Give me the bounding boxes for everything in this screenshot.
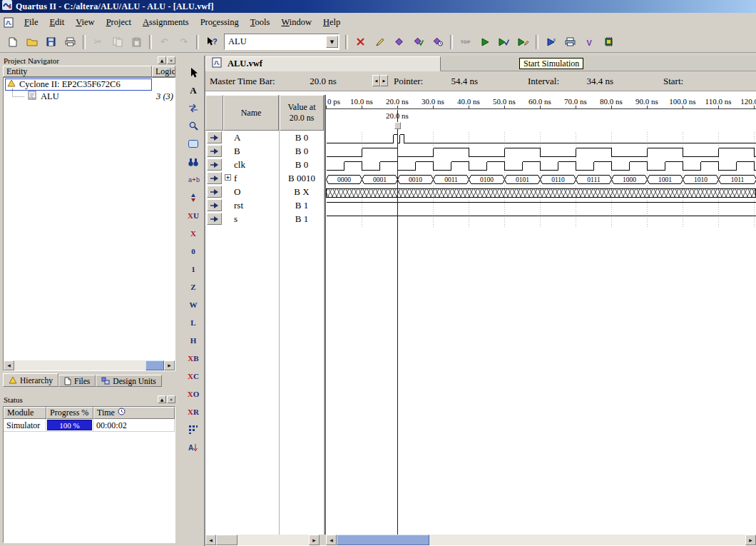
scrollbar-track[interactable]: [237, 535, 309, 545]
scrollbar-thumb[interactable]: [337, 535, 429, 545]
signal-handle-B[interactable]: [207, 145, 222, 157]
signal-name-A[interactable]: A: [223, 131, 279, 144]
navigator-horizontal-scrollbar[interactable]: ◀ ▶: [4, 360, 175, 370]
rtl-viewer-button[interactable]: V: [581, 34, 598, 51]
column-header-entity[interactable]: Entity: [3, 66, 152, 77]
tab-hierarchy[interactable]: Hierarchy: [3, 373, 58, 387]
scrollbar-thumb[interactable]: [145, 360, 164, 370]
project-navigator-header[interactable]: Project Navigator ▲ ×: [1, 56, 177, 66]
value-column-header[interactable]: Value at 20.0 ns: [280, 95, 324, 131]
new-button[interactable]: [4, 34, 21, 51]
combo-dropdown-icon[interactable]: ▼: [326, 36, 338, 48]
weak-unknown-tool[interactable]: W: [185, 296, 203, 313]
sort-button[interactable]: A: [185, 439, 203, 455]
signal-handle-A[interactable]: [207, 131, 222, 143]
scrollbar-track[interactable]: [429, 535, 745, 545]
simulator-tool-button[interactable]: [429, 34, 446, 51]
status-panel-header[interactable]: Status ▲ ×: [1, 395, 177, 405]
scroll-left-icon[interactable]: ◀: [205, 535, 216, 545]
name-column-header[interactable]: Name: [223, 95, 279, 131]
undo-button[interactable]: ↶: [155, 34, 173, 51]
scrollbar-thumb[interactable]: [216, 535, 237, 545]
paste-button[interactable]: [128, 34, 145, 51]
signal-name-clk[interactable]: clk: [223, 158, 279, 171]
invert-tool[interactable]: XB: [185, 350, 203, 366]
open-button[interactable]: [23, 34, 41, 51]
full-screen-button[interactable]: [185, 136, 203, 152]
uncertainty-tool[interactable]: [185, 189, 203, 206]
redo-button[interactable]: ↷: [175, 34, 193, 51]
time-spin-left-icon[interactable]: ◀: [372, 75, 380, 86]
settings-button[interactable]: [390, 34, 408, 51]
menu-processing[interactable]: Processing: [195, 15, 245, 29]
find-button[interactable]: [185, 153, 203, 170]
waveform-edit-tool[interactable]: [185, 100, 203, 116]
weak-high-tool[interactable]: H: [185, 332, 203, 348]
scrollbar-track[interactable]: [14, 360, 145, 370]
waveform-horizontal-scrollbar[interactable]: ◀ ▶: [326, 535, 756, 545]
signal-handle-f[interactable]: [207, 172, 222, 184]
column-header-progress[interactable]: Progress %: [46, 407, 93, 419]
scroll-right-icon[interactable]: ▶: [745, 535, 756, 545]
scroll-right-icon[interactable]: ▶: [164, 360, 175, 370]
time-cursor[interactable]: [397, 110, 398, 535]
cursor-handle[interactable]: [394, 122, 401, 129]
force-unknown-tool[interactable]: X: [185, 225, 203, 241]
cut-button[interactable]: ✂: [89, 34, 107, 51]
panel-close-button[interactable]: ×: [167, 395, 175, 403]
tree-item-device[interactable]: Cyclone II: EP2C35F672C6: [5, 79, 152, 91]
panel-collapse-button[interactable]: ▲: [158, 395, 166, 403]
column-header-logic-cells[interactable]: Logic C: [152, 66, 175, 77]
menu-help[interactable]: Help: [317, 15, 346, 29]
panel-close-button[interactable]: ×: [167, 56, 175, 64]
menu-window[interactable]: Window: [275, 15, 317, 29]
tab-design-units[interactable]: Design Units: [96, 375, 161, 387]
column-header-module[interactable]: Module: [4, 407, 46, 419]
assignment-editor-button[interactable]: [371, 34, 389, 51]
simulation-report-button[interactable]: [561, 34, 579, 51]
overwrite-clock-tool[interactable]: XO: [185, 385, 203, 402]
project-combo[interactable]: ALU ▼: [224, 34, 339, 50]
waveform-canvas[interactable]: 0 ps10.0 ns20.0 ns30.0 ns40.0 ns50.0 ns6…: [326, 95, 756, 535]
scroll-right-icon[interactable]: ▶: [309, 535, 320, 545]
count-value-tool[interactable]: XC: [185, 368, 203, 384]
snap-to-grid-button[interactable]: [185, 421, 203, 438]
scroll-left-icon[interactable]: ◀: [326, 535, 337, 545]
stop-button[interactable]: TOP: [456, 34, 474, 51]
menu-file[interactable]: File: [19, 15, 44, 29]
menu-project[interactable]: Project: [101, 15, 137, 29]
stop-processing-button[interactable]: [352, 34, 369, 51]
compiler-tool-button[interactable]: [409, 34, 427, 51]
text-tool[interactable]: A: [185, 82, 203, 98]
start-smart-compilation-button[interactable]: [495, 34, 513, 51]
signal-handle-s[interactable]: [207, 213, 222, 225]
random-value-tool[interactable]: XR: [185, 403, 203, 420]
programmer-button[interactable]: [600, 34, 618, 51]
time-spin-right-icon[interactable]: ▶: [380, 75, 388, 86]
high-impedance-tool[interactable]: Z: [185, 278, 203, 295]
uninitialized-tool[interactable]: XU: [185, 207, 203, 223]
document-icon[interactable]: [4, 17, 14, 28]
panel-collapse-button[interactable]: ▲: [158, 56, 166, 64]
save-button[interactable]: [42, 34, 60, 51]
timeline-ruler[interactable]: 0 ps10.0 ns20.0 ns30.0 ns40.0 ns50.0 ns6…: [326, 95, 756, 109]
waveform-plot[interactable]: 0000000100100011010001010110011110001001…: [326, 132, 756, 535]
menu-edit[interactable]: Edit: [44, 15, 70, 29]
expand-icon[interactable]: +: [225, 174, 231, 181]
tree-item-alu[interactable]: VHD ALU 3 (3): [4, 91, 175, 103]
start-simulation-button[interactable]: [542, 34, 560, 51]
force-low-tool[interactable]: 0: [185, 243, 203, 259]
signal-handle-rst[interactable]: [207, 199, 222, 211]
print-button[interactable]: [61, 34, 79, 51]
signal-name-s[interactable]: s: [223, 212, 279, 226]
menu-assignments[interactable]: Assignments: [137, 15, 195, 29]
tab-files[interactable]: Files: [58, 375, 96, 387]
signal-name-B[interactable]: B: [223, 144, 279, 158]
force-high-tool[interactable]: 1: [185, 261, 203, 277]
start-compilation-button[interactable]: [476, 34, 494, 51]
context-help-button[interactable]: ?: [203, 34, 220, 51]
column-header-time[interactable]: Time: [93, 407, 175, 419]
weak-low-tool[interactable]: L: [185, 314, 203, 330]
signal-name-O[interactable]: O: [223, 185, 279, 198]
tab-alu-vwf[interactable]: ALU.vwf: [205, 56, 441, 71]
